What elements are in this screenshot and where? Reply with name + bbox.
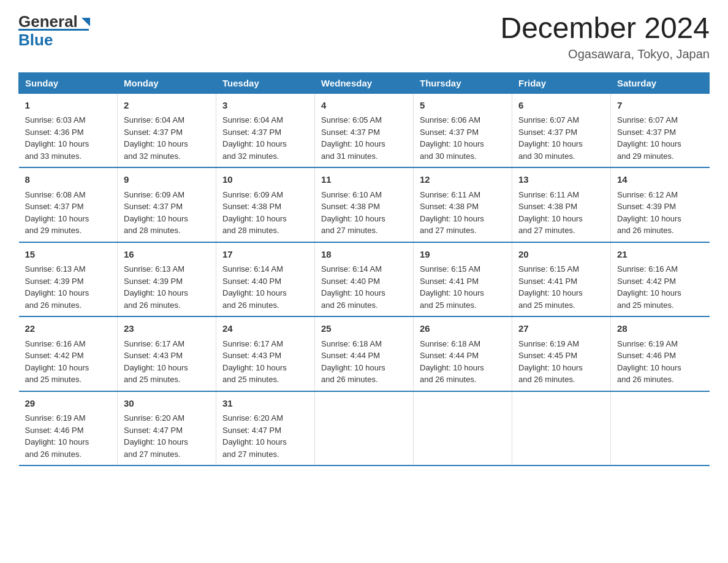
day-info-line: Daylight: 10 hours — [222, 437, 287, 446]
day-info-line: and 25 minutes. — [124, 375, 181, 384]
day-info-line: and 31 minutes. — [321, 151, 378, 161]
day-info-line: and 26 minutes. — [321, 301, 378, 310]
day-info-line: Sunrise: 6:18 AM — [420, 339, 480, 348]
day-info-line: Sunrise: 6:17 AM — [222, 339, 283, 348]
day-info-line: Sunrise: 6:11 AM — [518, 190, 579, 199]
day-cell: 22Sunrise: 6:16 AMSunset: 4:42 PMDayligh… — [19, 316, 118, 391]
day-info-line: Sunset: 4:40 PM — [321, 277, 380, 286]
day-info-line: Daylight: 10 hours — [617, 214, 681, 223]
day-info-line: Daylight: 10 hours — [518, 288, 583, 297]
day-info-line: and 26 minutes. — [420, 375, 477, 384]
day-cell — [315, 391, 414, 466]
day-info-line: and 27 minutes. — [124, 450, 181, 459]
day-info-line: and 30 minutes. — [420, 151, 477, 161]
day-info-line: Sunrise: 6:20 AM — [222, 413, 283, 423]
day-info-line: and 25 minutes. — [518, 301, 575, 310]
day-info-line: Daylight: 10 hours — [222, 214, 287, 223]
day-number: 24 — [222, 322, 308, 336]
day-info-line: Sunset: 4:37 PM — [25, 202, 84, 211]
day-number: 31 — [222, 397, 308, 411]
day-info-line: Sunset: 4:43 PM — [124, 351, 183, 360]
day-cell: 19Sunrise: 6:15 AMSunset: 4:41 PMDayligh… — [414, 242, 512, 317]
day-cell — [414, 391, 512, 466]
day-info-line: Sunrise: 6:19 AM — [25, 413, 86, 423]
day-number: 29 — [25, 397, 112, 411]
day-info-line: and 26 minutes. — [222, 301, 279, 310]
day-info-line: and 29 minutes. — [617, 151, 674, 161]
week-row-4: 22Sunrise: 6:16 AMSunset: 4:42 PMDayligh… — [19, 316, 710, 391]
day-info-line: Sunset: 4:46 PM — [617, 351, 676, 360]
day-info-line: Daylight: 10 hours — [420, 363, 484, 372]
day-info-line: Daylight: 10 hours — [518, 139, 583, 148]
day-info-line: Sunrise: 6:14 AM — [321, 264, 382, 274]
day-info-line: and 26 minutes. — [124, 301, 181, 310]
day-cell: 14Sunrise: 6:12 AMSunset: 4:39 PMDayligh… — [611, 167, 710, 242]
day-cell: 25Sunrise: 6:18 AMSunset: 4:44 PMDayligh… — [315, 316, 414, 391]
day-info-line: Daylight: 10 hours — [25, 363, 89, 372]
day-info-line: and 26 minutes. — [321, 375, 378, 384]
day-number: 22 — [25, 322, 112, 336]
day-info-line: and 28 minutes. — [222, 226, 279, 235]
day-info-line: Sunrise: 6:07 AM — [518, 115, 579, 124]
day-cell: 24Sunrise: 6:17 AMSunset: 4:43 PMDayligh… — [216, 316, 315, 391]
day-info-line: Daylight: 10 hours — [124, 288, 188, 297]
day-number: 5 — [420, 99, 506, 113]
day-info-line: Sunrise: 6:20 AM — [124, 413, 184, 423]
day-info-line: and 27 minutes. — [518, 226, 575, 235]
day-number: 20 — [518, 248, 604, 262]
day-info-line: Sunrise: 6:13 AM — [25, 264, 86, 274]
day-info-line: Sunset: 4:38 PM — [321, 202, 380, 211]
day-info-line: Sunrise: 6:19 AM — [617, 339, 678, 348]
day-info-line: Sunset: 4:37 PM — [124, 128, 183, 137]
day-info-line: Sunrise: 6:12 AM — [617, 190, 678, 199]
day-info-line: Sunset: 4:37 PM — [617, 128, 676, 137]
day-info-line: Daylight: 10 hours — [617, 139, 681, 148]
day-number: 16 — [124, 248, 210, 262]
day-info-line: Daylight: 10 hours — [222, 139, 287, 148]
day-number: 11 — [321, 173, 407, 187]
day-info-line: Sunrise: 6:15 AM — [518, 264, 579, 274]
day-info-line: Sunset: 4:37 PM — [321, 128, 380, 137]
day-info-line: Daylight: 10 hours — [420, 139, 484, 148]
day-info-line: Sunset: 4:38 PM — [420, 202, 479, 211]
day-info-line: and 27 minutes. — [222, 450, 279, 459]
header-tuesday: Tuesday — [216, 72, 315, 93]
logo-blue: Blue — [18, 31, 53, 49]
day-info-line: Sunrise: 6:03 AM — [25, 115, 86, 124]
day-info-line: Sunrise: 6:19 AM — [518, 339, 579, 348]
day-info-line: Sunrise: 6:05 AM — [321, 115, 382, 124]
day-info-line: Sunrise: 6:16 AM — [25, 339, 86, 348]
day-info-line: and 27 minutes. — [321, 226, 378, 235]
day-number: 9 — [124, 173, 210, 187]
day-cell: 21Sunrise: 6:16 AMSunset: 4:42 PMDayligh… — [611, 242, 710, 317]
day-cell: 3Sunrise: 6:04 AMSunset: 4:37 PMDaylight… — [216, 93, 315, 167]
day-info-line: Sunrise: 6:04 AM — [222, 115, 283, 124]
day-cell: 15Sunrise: 6:13 AMSunset: 4:39 PMDayligh… — [19, 242, 118, 317]
week-row-1: 1Sunrise: 6:03 AMSunset: 4:36 PMDaylight… — [19, 93, 710, 167]
day-info-line: Sunset: 4:37 PM — [222, 128, 281, 137]
day-cell: 16Sunrise: 6:13 AMSunset: 4:39 PMDayligh… — [118, 242, 216, 317]
day-info-line: Daylight: 10 hours — [617, 363, 681, 372]
day-number: 1 — [25, 99, 112, 113]
calendar-header-row: SundayMondayTuesdayWednesdayThursdayFrid… — [19, 72, 710, 93]
day-number: 28 — [617, 322, 703, 336]
day-info-line: Sunset: 4:44 PM — [321, 351, 380, 360]
day-info-line: and 26 minutes. — [617, 226, 674, 235]
header-saturday: Saturday — [611, 72, 710, 93]
logo-arrow-icon — [79, 15, 93, 29]
day-info-line: Sunset: 4:37 PM — [518, 128, 577, 137]
day-cell: 28Sunrise: 6:19 AMSunset: 4:46 PMDayligh… — [611, 316, 710, 391]
day-cell: 18Sunrise: 6:14 AMSunset: 4:40 PMDayligh… — [315, 242, 414, 317]
day-info-line: Daylight: 10 hours — [222, 288, 287, 297]
day-number: 26 — [420, 322, 506, 336]
day-info-line: Sunset: 4:42 PM — [617, 277, 676, 286]
day-info-line: Sunset: 4:41 PM — [420, 277, 479, 286]
day-info-line: Sunset: 4:39 PM — [25, 277, 84, 286]
day-info-line: Sunset: 4:39 PM — [124, 277, 183, 286]
day-info-line: Sunset: 4:36 PM — [25, 128, 84, 137]
day-cell: 30Sunrise: 6:20 AMSunset: 4:47 PMDayligh… — [118, 391, 216, 466]
day-info-line: and 30 minutes. — [518, 151, 575, 161]
day-number: 27 — [518, 322, 604, 336]
calendar-subtitle: Ogasawara, Tokyo, Japan — [500, 47, 710, 61]
day-info-line: Daylight: 10 hours — [25, 139, 89, 148]
